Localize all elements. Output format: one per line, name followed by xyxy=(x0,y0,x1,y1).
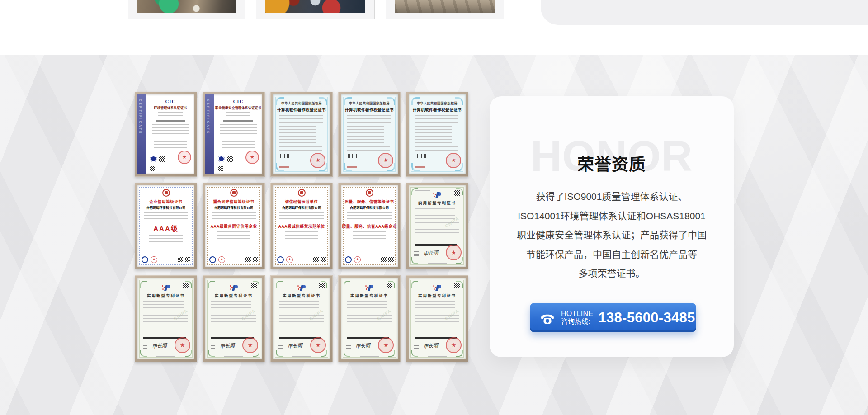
cnipa-watermark: CNIPA xyxy=(308,308,324,321)
commissioner-signature: 申长雨 xyxy=(423,341,438,349)
qr-code xyxy=(388,257,394,262)
award-grade: AAA级诚信经营示范单位 xyxy=(273,223,330,229)
footer-line-placeholder xyxy=(292,356,311,357)
text-line-placeholder xyxy=(285,231,318,239)
text-line-placeholder xyxy=(152,124,189,139)
text-line-placeholder xyxy=(347,146,390,152)
qr-code xyxy=(319,283,325,288)
excavation-photo xyxy=(137,0,236,13)
text-line-placeholder xyxy=(211,301,251,313)
cnipa-watermark: CNIPA xyxy=(444,308,460,321)
cnipa-logo xyxy=(433,192,442,198)
cnipa-logo xyxy=(365,285,374,291)
text-line-placeholder xyxy=(347,115,391,123)
text-line-placeholder xyxy=(144,212,188,221)
red-emblem-seal xyxy=(310,337,326,353)
red-emblem xyxy=(162,189,170,197)
description-line: 获得了ISO9001质量管理体系认证、 xyxy=(500,187,723,207)
company-name: 合肥珂玛环保科技有限公司 xyxy=(273,205,330,210)
certificate-utility-patent[interactable]: CNIPA 实用新型专利证书 申长雨 xyxy=(406,275,468,362)
signer-label-placeholder xyxy=(143,344,147,349)
certificate-side-band: CERTIFICATE xyxy=(205,94,214,174)
hotline-number: 138-5600-3485 xyxy=(598,310,695,326)
certificate-title: 计算机软件著作权登记证书 xyxy=(341,107,398,112)
certificate-integrity-demo-unit[interactable]: 诚信经营示范单位 合肥珂玛环保科技有限公司 AAA级诚信经营示范单位 ★ xyxy=(270,183,333,269)
certificate-credit-rating[interactable]: 企业信用等级证书 合肥珂玛环保科技有限公司 AAA级 ★ xyxy=(135,183,197,269)
certificate-title: 实用新型专利证书 xyxy=(205,292,262,298)
text-line-placeholder xyxy=(149,235,183,242)
signer-label-placeholder xyxy=(278,344,283,349)
corner-ornament xyxy=(344,97,352,105)
qr-code xyxy=(321,257,326,262)
certificate-quality-service-reputation[interactable]: 质量、服务、信誉等级证书 合肥珂玛环保科技有限公司 质量、服务、信誉AAA级企业… xyxy=(338,183,401,269)
phone-icon xyxy=(539,311,556,325)
text-line-placeholder xyxy=(279,301,319,313)
footer-line-placeholder xyxy=(360,356,379,357)
text-line-placeholder xyxy=(353,231,386,239)
red-star-seal xyxy=(178,151,191,164)
barcode xyxy=(279,154,291,158)
blue-round-seal xyxy=(345,256,352,263)
text-line-placeholder xyxy=(347,301,387,313)
text-line-placeholder xyxy=(217,231,250,239)
qr-code xyxy=(253,257,258,262)
signer-label-placeholder xyxy=(211,344,215,349)
qr-code xyxy=(185,257,190,262)
qr-code xyxy=(150,166,155,171)
qr-code xyxy=(313,257,319,262)
certificate-utility-patent[interactable]: CNIPA 实用新型专利证书 申长雨 xyxy=(270,275,333,362)
patent-number-placeholder xyxy=(415,283,430,283)
red-emblem-seal xyxy=(446,337,462,353)
certificate-utility-patent[interactable]: CNIPA 实用新型专利证书 申长雨 xyxy=(338,275,401,362)
corner-ornament xyxy=(455,97,463,105)
certificate-utility-patent[interactable]: CNIPA 实用新型专利证书 申长雨 xyxy=(203,275,265,362)
corner-ornament xyxy=(319,97,327,105)
signer-label-placeholder xyxy=(346,344,351,349)
certificate-software-copyright[interactable]: 中华人民共和国国家版权局 计算机软件著作权登记证书 xyxy=(270,92,333,177)
certificate-software-copyright[interactable]: 中华人民共和国国家版权局 计算机软件著作权登记证书 xyxy=(406,92,468,177)
certificate-utility-patent[interactable]: CNIPA 实用新型专利证书 申长雨 xyxy=(135,275,197,362)
red-emblem xyxy=(230,189,238,197)
footer-line-placeholder xyxy=(428,263,447,264)
project-photo-card[interactable] xyxy=(128,0,245,19)
certificate-title: 质量、服务、信誉等级证书 xyxy=(341,198,398,204)
qr-code xyxy=(251,283,257,288)
certificate-iso-environment[interactable]: CERTIFICATE CIC 环境管理体系认证证书 xyxy=(135,92,197,177)
corner-ornament xyxy=(208,281,215,288)
qr-code xyxy=(454,190,460,196)
qr-code xyxy=(387,283,392,288)
certificate-title: 重合同守信用等级证书 xyxy=(205,198,262,204)
project-photo-card[interactable] xyxy=(256,0,375,19)
corner-ornament xyxy=(276,350,283,357)
certificate-title: 企业信用等级证书 xyxy=(137,198,194,204)
serial-number-placeholder xyxy=(279,166,289,168)
certificate-contract-credit[interactable]: 重合同守信用等级证书 合肥珂玛环保科技有限公司 AAA级重合同守信用企业 ★ xyxy=(203,183,265,269)
hotline-button[interactable]: HOTLINE 咨询热线: 138-5600-3485 xyxy=(530,303,696,332)
certificate-software-copyright[interactable]: 中华人民共和国国家版权局 计算机软件著作权登记证书 xyxy=(338,92,401,177)
qr-code xyxy=(178,257,183,262)
hotline-label-zh: 咨询热线: xyxy=(561,318,593,325)
qr-code xyxy=(381,257,387,262)
concrete-trench-photo xyxy=(395,0,495,13)
award-grade: AAA级重合同守信用企业 xyxy=(205,223,262,229)
certificate-side-band: CERTIFICATE xyxy=(137,94,146,174)
certificate-title: 职业健康安全管理体系认证证书 xyxy=(214,105,262,110)
company-line-placeholder xyxy=(156,120,185,122)
certificate-utility-patent[interactable]: CNIPA 实用新型专利证书 申长雨 xyxy=(406,183,468,269)
corner-ornament xyxy=(411,188,418,195)
certificate-ohsas[interactable]: CERTIFICATE CIC 职业健康安全管理体系认证证书 xyxy=(203,92,265,177)
certificate-title: 实用新型专利证书 xyxy=(341,292,398,298)
project-photo-card[interactable] xyxy=(386,0,504,19)
patent-number-placeholder xyxy=(347,283,362,283)
text-line-placeholder xyxy=(415,126,452,144)
description-line: ISO14001环境管理体系认证和OHSAS18001 xyxy=(500,207,723,226)
red-emblem-seal xyxy=(378,337,394,353)
red-emblem-seal xyxy=(175,337,190,353)
corner-ornament xyxy=(387,97,395,105)
text-line-placeholder xyxy=(222,141,255,151)
red-round-seal: ★ xyxy=(151,256,157,263)
award-grade: AAA级 xyxy=(137,223,194,233)
red-emblem-seal xyxy=(242,337,258,353)
corner-ornament xyxy=(276,281,283,288)
description-line: 多项荣誉证书。 xyxy=(500,264,723,283)
